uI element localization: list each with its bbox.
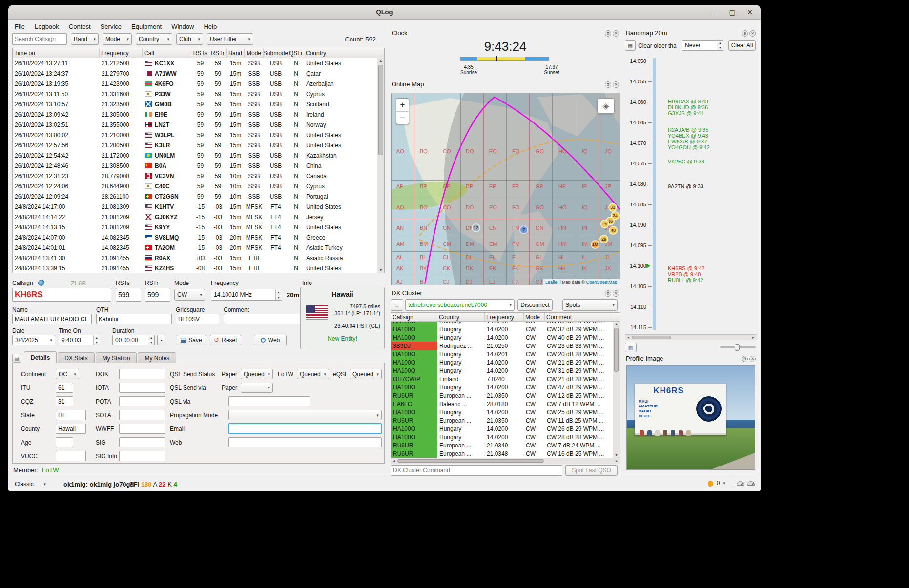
bandmap-edit-icon[interactable]: ▨ (625, 343, 637, 352)
propagation-mode-dropdown[interactable]: ▾ (228, 410, 382, 420)
dx-column-header[interactable]: Country (437, 313, 485, 321)
dx-spot-row[interactable]: HA100OHungary14.0200CWCW 25 dB 29 WPM ..… (391, 408, 620, 416)
leaflet-link[interactable]: Leaflet (545, 280, 558, 284)
dx-command-input[interactable] (391, 465, 562, 476)
age-input[interactable] (56, 437, 73, 447)
log-row[interactable]: 26/10/2024 13:19:3521.4239004K6FO595915m… (13, 79, 384, 89)
menu-item-equipment[interactable]: Equipment (127, 21, 166, 32)
spin-up-icon[interactable]: ▲ (148, 335, 154, 340)
dx-column-header[interactable]: Callsign (391, 313, 437, 321)
dx-vertical-scrollbar[interactable]: ▲ ▼ (613, 322, 620, 458)
spin-up-icon[interactable]: ▲ (94, 335, 100, 340)
club-filter-dropdown[interactable]: Club▾ (176, 33, 203, 45)
panel-close-icon[interactable]: ✕ (749, 30, 756, 37)
county-input[interactable] (56, 424, 86, 434)
dx-spot-row[interactable]: HA100OHungary14.0200CWCW 21 dB 29 WPM ..… (391, 358, 620, 366)
profile-selector[interactable]: Classic▾ (12, 479, 48, 489)
scroll-up-arrow[interactable]: ▲ (613, 322, 620, 326)
log-row[interactable]: 26/10/2024 13:27:1121.212500KC1XX595915m… (13, 58, 384, 68)
bandmap-spot[interactable]: VR2B @ 9:40 (668, 271, 701, 277)
dx-spot-row[interactable]: HA100OHungary14.0200CWCW 31 dB 29 WPM ..… (391, 366, 620, 375)
dx-column-header[interactable]: Mode (524, 313, 545, 321)
panel-settings-icon[interactable]: ⚙ (605, 290, 611, 297)
log-row[interactable]: 26/10/2024 13:24:3721.279700A71WW595915m… (13, 68, 384, 79)
disconnect-button[interactable]: Disconnect (517, 299, 553, 311)
save-button[interactable]: Save (177, 335, 206, 345)
log-row[interactable]: 26/10/2024 13:11:5021.331600P33W595915mS… (13, 89, 384, 99)
paper-qsl-status-dropdown[interactable]: Queued▾ (241, 369, 273, 379)
bandmap-spot[interactable]: 9A2TN @ 9:33 (668, 183, 703, 189)
date-picker[interactable]: 3/4/2025▾ (12, 335, 55, 345)
panel-close-icon[interactable]: ✕ (749, 356, 756, 362)
sota-input[interactable] (119, 410, 165, 420)
pota-input[interactable] (119, 396, 165, 406)
dok-input[interactable] (119, 369, 165, 379)
dx-column-header[interactable]: Frequency (485, 313, 524, 321)
gauge-icon[interactable] (737, 481, 744, 486)
bandmap-horizontal-scrollbar[interactable]: ◂ ▸ (625, 334, 757, 340)
name-input[interactable] (12, 314, 92, 324)
dx-spot-row[interactable]: RU6UREuropean ...21.0348CWCW 16 dB 25 WP… (391, 449, 620, 458)
dx-spot-row[interactable]: HA100OHungary14.0200CWCW 47 dB 29 WPM ..… (391, 383, 620, 391)
spin-down-icon[interactable]: ▼ (94, 340, 100, 345)
map-marker-cluster[interactable]: 33 (608, 203, 617, 212)
scroll-left-arrow[interactable]: ◂ (626, 335, 631, 340)
panel-settings-icon[interactable]: ⚙ (742, 30, 748, 37)
log-row[interactable]: 26/10/2024 12:57:5621.200500K3LR595915mS… (13, 140, 384, 150)
callsign-input[interactable] (12, 288, 111, 302)
spin-up-icon[interactable]: ▲ (717, 41, 723, 45)
log-column-header[interactable]: RSTs (191, 48, 209, 58)
duration-spinbox[interactable]: 00:00:00▲▼ (112, 335, 155, 345)
log-row[interactable]: 24/8/2024 14:07:0014.082345SV8LMQ-15-032… (13, 232, 384, 243)
log-row[interactable]: 24/8/2024 14:01:0114.082345TA2OM-15-0320… (13, 243, 384, 253)
dx-spot-row[interactable]: OH7CW/PFinland7.0240CWCW 21 dB 28 WPM ..… (391, 375, 620, 383)
log-row[interactable]: 26/10/2024 12:54:4221.172000UN0LM595915m… (13, 150, 384, 161)
log-row[interactable]: 26/10/2024 12:09:2428.261100CT2GSN595910… (13, 191, 384, 202)
panel-settings-icon[interactable]: ⚙ (742, 356, 748, 362)
dx-spot-row[interactable]: HA100OHungary14.0200CWCW 28 dB 28 WPM ..… (391, 433, 620, 441)
dx-spot-row[interactable]: RU6UREuropean ...21.0350CWCW 12 dB 25 WP… (391, 391, 620, 400)
frequency-spinbox[interactable]: 14.10010 MHz▲▼ (211, 289, 282, 301)
panel-settings-icon[interactable]: ⚙ (605, 81, 611, 88)
scroll-left-arrow[interactable]: ◂ (392, 459, 396, 463)
scrollbar-thumb[interactable] (614, 328, 619, 372)
close-button[interactable]: ✕ (745, 7, 755, 17)
map-marker-cluster[interactable]: 29 (600, 220, 609, 228)
band-filter-dropdown[interactable]: Band▾ (71, 33, 99, 45)
log-row[interactable]: 26/10/2024 12:24:0628.644900C40C595910mS… (13, 181, 384, 191)
spin-down-icon[interactable]: ▼ (276, 295, 282, 300)
log-row[interactable]: 24/8/2024 14:13:1521.081209K9YY-15-0315m… (13, 222, 384, 232)
dx-horizontal-scrollbar[interactable]: ◂ ▸ (391, 458, 620, 464)
maximize-button[interactable]: ▢ (727, 7, 737, 17)
bandmap-spot[interactable]: EW6X/B @ 9:37 (668, 139, 707, 144)
scroll-right-arrow[interactable]: ▸ (751, 335, 756, 340)
log-row[interactable]: 26/10/2024 13:10:5721.323500GM0B595915mS… (13, 99, 384, 109)
spin-down-icon[interactable]: ▼ (148, 340, 154, 345)
dx-spot-row[interactable]: HA100OHungary14.0200CWCW 30 dB 29 WPM ..… (391, 322, 620, 325)
scroll-down-arrow[interactable]: ▼ (377, 268, 384, 272)
log-column-header[interactable]: Country (304, 48, 377, 58)
dx-column-header[interactable]: Comment (545, 313, 613, 321)
menu-item-help[interactable]: Help (199, 21, 221, 32)
state-input[interactable] (56, 410, 86, 420)
spin-up-icon[interactable]: ▲ (276, 289, 282, 295)
scroll-up-arrow[interactable]: ▲ (377, 59, 384, 63)
dx-spot-row[interactable]: HA100OHungary14.0200CWCW 40 dB 29 WPM ..… (391, 333, 620, 342)
dx-spot-row[interactable]: 3B9DJRodriguez ...21.0250CWCW 23 dB 33 W… (391, 342, 620, 350)
openstreetmap-link[interactable]: OpenStreetMap (586, 280, 617, 284)
qsl-via-input[interactable] (228, 396, 310, 406)
bandmap-spot[interactable]: HB9DAX @ 9:43 (668, 99, 708, 104)
bandmap-spot[interactable]: G3XJS @ 9:41 (668, 110, 704, 116)
dx-spot-row[interactable]: HA100OHungary14.0200CWCW 32 dB 29 WPM ..… (391, 325, 620, 333)
log-column-header[interactable]: Frequency (100, 48, 143, 58)
sig-info-input[interactable] (119, 451, 165, 461)
gauge-icon[interactable] (747, 481, 755, 486)
dx-server-combo[interactable]: telnet.reversebeacon.net:7000▾ (405, 299, 515, 311)
map-canvas[interactable]: AQBQCQDQEQFQGQHQIQJQAPBPCPDPEPFPGPHPIPJP… (391, 93, 620, 285)
bandmap-scale[interactable]: 14.05014.05514.06014.06514.07014.07514.0… (625, 51, 757, 333)
time-on-spinbox[interactable]: 9:40:03▲▼ (59, 335, 100, 345)
map-marker-cluster[interactable]: 40 (609, 226, 618, 235)
map-marker-cluster[interactable]: 1M (591, 240, 599, 249)
scroll-right-arrow[interactable]: ▸ (614, 459, 619, 463)
log-column-header[interactable]: QSLr (288, 48, 304, 58)
